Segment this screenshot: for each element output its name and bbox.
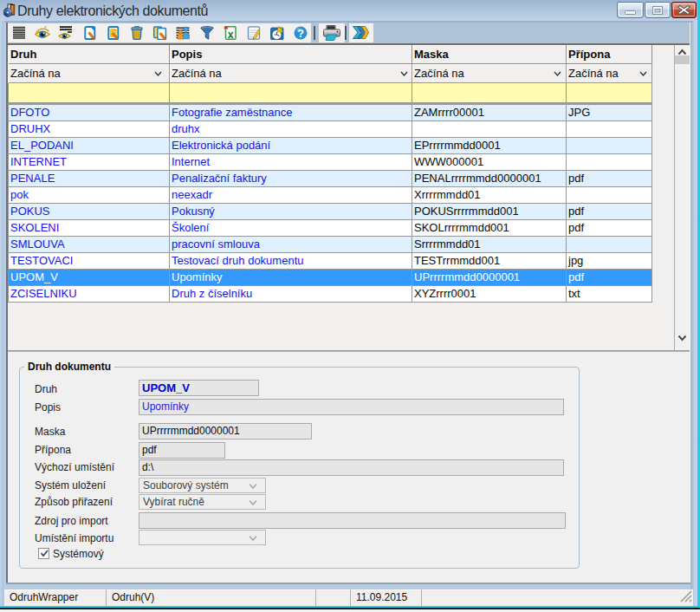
svg-text:?: ? <box>297 28 304 40</box>
